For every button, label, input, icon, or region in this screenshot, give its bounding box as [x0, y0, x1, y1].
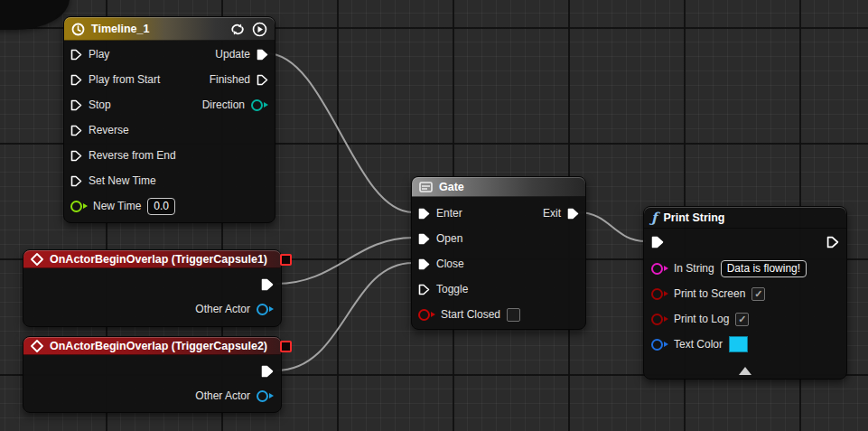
wire-overlap1-to-open[interactable]: [276, 238, 413, 284]
exec-pin-open[interactable]: [418, 233, 430, 245]
exec-pin-out[interactable]: [826, 236, 839, 248]
pin-row-other-actor: Other Actor: [195, 300, 274, 318]
string-pin-in-string[interactable]: [651, 263, 663, 275]
exec-pin-enter[interactable]: [418, 208, 430, 220]
exec-pin-exit[interactable]: [567, 208, 579, 220]
exec-pin-in[interactable]: [651, 236, 664, 248]
pin-row-set-new-time: Set New Time: [64, 168, 275, 193]
exec-pin-out[interactable]: [261, 278, 274, 291]
exec-pin-out[interactable]: [261, 365, 274, 378]
pin-row-exit: Exit: [543, 201, 579, 226]
new-time-input[interactable]: 0.0: [147, 198, 175, 215]
bool-pin-print-to-log[interactable]: [651, 314, 663, 325]
overlap1-title: OnActorBeginOverlap (TriggerCapsule1): [50, 253, 267, 266]
exec-pin-toggle[interactable]: [418, 284, 430, 295]
node-print-string[interactable]: ƒ Print String In String Data is flowing…: [643, 206, 847, 379]
pin-label: In String: [674, 262, 714, 275]
gate-title: Gate: [439, 181, 464, 193]
node-timeline[interactable]: Timeline_1 Play Play from Start Stop: [63, 16, 275, 223]
print-to-screen-checkbox[interactable]: ✓: [751, 287, 765, 301]
exec-pin-close[interactable]: [418, 258, 430, 270]
print-header[interactable]: ƒ Print String: [644, 207, 846, 229]
pin-label: New Time: [93, 200, 141, 212]
object-pin-other-actor[interactable]: [257, 390, 268, 402]
pin-row-exec-out: [261, 276, 274, 294]
function-icon: ƒ: [651, 211, 657, 225]
pin-row-print-to-screen: Print to Screen ✓: [644, 281, 846, 306]
pin-row-in-string: In String Data is flowing!: [644, 256, 846, 281]
event-icon: [31, 340, 43, 352]
node-overlap-trigger2[interactable]: OnActorBeginOverlap (TriggerCapsule2) Ot…: [23, 336, 282, 413]
pin-row-open: Open: [412, 226, 585, 251]
exec-pin-update[interactable]: [257, 49, 268, 61]
pin-label: Close: [436, 258, 464, 270]
pin-label: Print to Screen: [674, 287, 745, 300]
pin-row-finished: Finished: [196, 67, 275, 92]
object-pin-other-actor[interactable]: [257, 304, 268, 315]
pin-row-start-closed: Start Closed: [412, 302, 585, 327]
wire-overlap2-to-close[interactable]: [276, 263, 413, 370]
pin-row-new-time: New Time 0.0: [64, 193, 275, 219]
pin-label: Play: [89, 48, 109, 61]
pin-label: Enter: [436, 207, 462, 220]
bool-pin-start-closed[interactable]: [418, 309, 430, 321]
node-overlap-trigger1[interactable]: OnActorBeginOverlap (TriggerCapsule1) Ot…: [23, 249, 282, 327]
text-color-swatch[interactable]: [729, 336, 748, 352]
pin-row-text-color: Text Color: [644, 332, 846, 357]
pin-label: Text Color: [674, 338, 723, 351]
print-title: Print String: [663, 211, 724, 224]
pin-label: Reverse from End: [89, 149, 176, 162]
pin-row-print-to-log: Print to Log ✓: [644, 306, 846, 332]
pin-label: Other Actor: [195, 303, 250, 315]
pin-row-other-actor: Other Actor: [195, 387, 274, 405]
pin-label: Direction: [202, 98, 245, 111]
loop-icon[interactable]: [229, 23, 246, 36]
pin-row-direction: Direction: [196, 92, 275, 117]
in-string-input[interactable]: Data is flowing!: [721, 260, 807, 277]
pin-label: Set New Time: [89, 174, 156, 187]
exec-pin-stop[interactable]: [70, 99, 82, 111]
start-closed-checkbox[interactable]: [507, 308, 520, 322]
collapse-arrow-icon[interactable]: [739, 367, 751, 375]
gate-header[interactable]: Gate: [412, 177, 585, 197]
pin-label: Other Actor: [195, 389, 250, 402]
delegate-pin[interactable]: [280, 341, 292, 352]
blueprint-graph-canvas[interactable]: Timeline_1 Play Play from Start Stop: [0, 0, 868, 431]
timeline-header[interactable]: Timeline_1: [64, 17, 275, 41]
exec-pin-finished[interactable]: [257, 74, 268, 86]
pin-label: Stop: [89, 98, 111, 111]
autoplay-icon[interactable]: [252, 22, 267, 37]
delegate-pin[interactable]: [280, 254, 292, 266]
exec-pin-play[interactable]: [70, 49, 82, 61]
pin-row-close: Close: [412, 251, 585, 276]
pin-label: Start Closed: [441, 308, 500, 321]
overlap1-header[interactable]: OnActorBeginOverlap (TriggerCapsule1): [23, 250, 281, 268]
overlap2-header[interactable]: OnActorBeginOverlap (TriggerCapsule2): [23, 337, 281, 355]
wire-exit-to-printstring[interactable]: [578, 212, 646, 241]
pin-row-exec: [644, 229, 846, 256]
macro-icon: [419, 182, 433, 192]
float-pin-new-time[interactable]: [70, 201, 82, 212]
exec-pin-play-from-start[interactable]: [70, 74, 82, 86]
bool-pin-print-to-screen[interactable]: [651, 288, 663, 300]
pin-label: Toggle: [436, 283, 468, 295]
pin-label: Reverse: [89, 124, 129, 136]
pin-label: Open: [436, 232, 462, 245]
enum-pin-direction[interactable]: [251, 99, 263, 111]
clock-icon: [71, 23, 85, 36]
exec-pin-reverse[interactable]: [70, 125, 82, 136]
overlap2-title: OnActorBeginOverlap (TriggerCapsule2): [50, 340, 267, 352]
color-pin-text-color[interactable]: [651, 339, 663, 351]
pin-row-toggle: Toggle: [412, 276, 585, 302]
wire-update-to-enter[interactable]: [266, 53, 413, 212]
node-gate[interactable]: Gate Enter Open Close Toggle Start Close…: [411, 176, 586, 330]
pin-label: Play from Start: [89, 73, 160, 86]
pin-label: Update: [215, 48, 250, 61]
exec-pin-reverse-from-end[interactable]: [70, 150, 82, 162]
exec-pin-set-new-time[interactable]: [70, 175, 82, 187]
pin-row-exec-out: [261, 362, 274, 380]
pin-row-reverse: Reverse: [64, 117, 275, 143]
pin-label: Print to Log: [674, 313, 729, 325]
pin-label: Exit: [543, 207, 561, 220]
print-to-log-checkbox[interactable]: ✓: [735, 313, 749, 326]
